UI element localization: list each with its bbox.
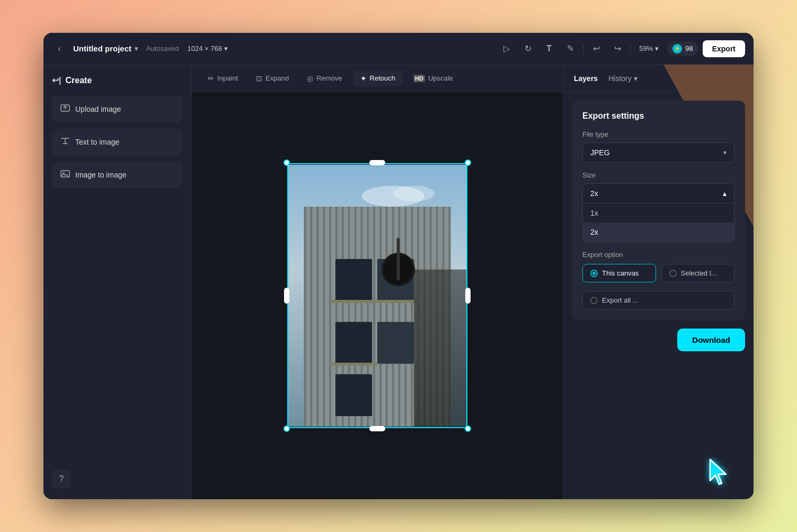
handle-bot-center[interactable]: [369, 426, 385, 431]
file-type-label: File type: [582, 130, 734, 138]
text-tool-button[interactable]: T: [541, 40, 557, 57]
handle-top-left[interactable]: [284, 159, 290, 166]
tool-divider-2: [630, 43, 631, 54]
remove-icon: ◎: [307, 74, 313, 83]
retouch-icon: ✦: [360, 74, 367, 83]
upload-icon: [60, 103, 70, 115]
export-all-radio: [590, 297, 598, 304]
image-to-image-button[interactable]: Image to image: [52, 162, 183, 188]
sidebar-bottom: ?: [52, 469, 183, 489]
svg-rect-20: [386, 207, 388, 427]
handle-bot-left[interactable]: [284, 425, 290, 432]
left-sidebar: ↩| Create Upload image Text t: [43, 65, 192, 499]
download-button[interactable]: Download: [677, 329, 745, 351]
file-type-chevron-icon: ▾: [723, 149, 727, 156]
upscale-tab[interactable]: HD Upscale: [406, 70, 461, 86]
autosaved-status: Autosaved: [146, 45, 179, 52]
help-button[interactable]: ?: [52, 469, 71, 489]
selected-radio: [669, 270, 677, 277]
image-to-image-icon: [60, 169, 70, 181]
size-chevron-up-icon: ▴: [723, 189, 727, 198]
upscale-icon: HD: [413, 75, 425, 82]
header-tools: ▷ ↻ T ✎ ↩ ↪ 59% ▾ ⚡ 98 Export: [498, 40, 745, 57]
selected-button[interactable]: Selected l...: [661, 264, 735, 282]
canvas-image-container: [287, 163, 467, 428]
svg-rect-21: [392, 207, 394, 427]
project-chevron-icon: ▾: [135, 45, 138, 52]
expand-tab[interactable]: ⊡ Expand: [249, 70, 296, 86]
handle-bot-right[interactable]: [465, 425, 471, 432]
text-to-image-button[interactable]: Text to image: [52, 129, 183, 155]
svg-rect-24: [411, 207, 413, 427]
expand-icon: ⊡: [256, 74, 262, 83]
svg-rect-8: [311, 207, 313, 427]
handle-top-center[interactable]: [369, 160, 385, 165]
cursor-arrow: [706, 457, 732, 489]
upload-image-button[interactable]: Upload image: [52, 96, 183, 122]
svg-rect-19: [379, 207, 382, 427]
remove-tab[interactable]: ◎ Remove: [299, 70, 349, 86]
retouch-tab[interactable]: ✦ Retouch: [353, 70, 403, 86]
text-to-image-icon: [60, 136, 70, 148]
this-canvas-radio-inner: [592, 272, 596, 275]
tool-divider: [583, 43, 583, 54]
right-panel-header: Layers History ▾: [563, 65, 754, 92]
credits-display: ⚡ 98: [667, 42, 698, 56]
svg-rect-10: [323, 207, 325, 427]
svg-rect-39: [414, 270, 466, 427]
rotate-tool-button[interactable]: ↻: [519, 40, 536, 57]
handle-mid-right[interactable]: [465, 288, 471, 304]
app-window: ‹ Untitled project ▾ Autosaved 1024 × 76…: [43, 33, 754, 499]
layers-tab[interactable]: Layers: [574, 74, 598, 83]
this-canvas-button[interactable]: This canvas: [582, 264, 656, 282]
size-label: Size: [582, 171, 734, 179]
history-tab[interactable]: History ▾: [608, 74, 637, 83]
canvas-area: ✏ Inpaint ⊡ Expand ◎ Remove ✦ Retouch HD: [192, 65, 563, 499]
export-all-button[interactable]: Export all ...: [582, 291, 734, 309]
header: ‹ Untitled project ▾ Autosaved 1024 × 76…: [43, 33, 754, 65]
right-panel: Layers History ▾ Export settings File ty…: [563, 65, 754, 499]
inpaint-icon: ✏: [208, 74, 214, 83]
svg-rect-23: [404, 207, 406, 427]
svg-rect-38: [330, 362, 377, 366]
redo-button[interactable]: ↪: [609, 40, 626, 57]
handle-mid-left[interactable]: [284, 288, 289, 304]
export-panel: Export settings File type JPEG ▾ Size 2x…: [572, 101, 745, 320]
main-area: ↩| Create Upload image Text t: [43, 65, 754, 499]
export-settings-title: Export settings: [582, 111, 734, 121]
size-dropdown: 2x ▴ 1x 2x: [582, 183, 734, 242]
svg-rect-31: [335, 259, 372, 301]
export-option-label: Export option: [582, 251, 734, 259]
create-title: ↩| Create: [52, 75, 183, 85]
back-button[interactable]: ‹: [52, 41, 67, 56]
download-row: Download: [563, 329, 754, 360]
handle-top-right[interactable]: [465, 159, 471, 166]
undo-button[interactable]: ↩: [588, 40, 605, 57]
svg-rect-11: [329, 207, 331, 427]
canvas-image: [287, 163, 467, 428]
size-option-1x[interactable]: 1x: [583, 203, 734, 223]
svg-rect-34: [377, 322, 414, 363]
svg-rect-33: [335, 322, 372, 363]
canvas-content[interactable]: [192, 92, 563, 499]
pen-tool-button[interactable]: ✎: [562, 40, 579, 57]
select-tool-button[interactable]: ▷: [498, 40, 515, 57]
export-options-row: This canvas Selected l...: [582, 264, 734, 282]
zoom-control[interactable]: 59% ▾: [635, 42, 663, 55]
svg-rect-37: [372, 300, 419, 303]
this-canvas-radio: [590, 270, 598, 277]
file-type-select[interactable]: JPEG ▾: [582, 143, 734, 163]
canvas-dimensions[interactable]: 1024 × 768 ▾: [187, 45, 227, 52]
svg-rect-35: [335, 374, 372, 416]
svg-rect-18: [373, 207, 375, 427]
toolbar-row: ✏ Inpaint ⊡ Expand ◎ Remove ✦ Retouch HD: [192, 65, 563, 92]
zoom-chevron-icon: ▾: [655, 45, 659, 52]
inpaint-tab[interactable]: ✏ Inpaint: [200, 70, 245, 86]
export-button[interactable]: Export: [703, 40, 745, 57]
dimensions-chevron-icon: ▾: [224, 45, 228, 52]
size-option-2x[interactable]: 2x: [583, 223, 734, 242]
project-name[interactable]: Untitled project ▾: [73, 44, 138, 53]
svg-point-5: [393, 185, 435, 201]
svg-rect-7: [304, 207, 306, 427]
size-dropdown-header[interactable]: 2x ▴: [583, 184, 734, 203]
